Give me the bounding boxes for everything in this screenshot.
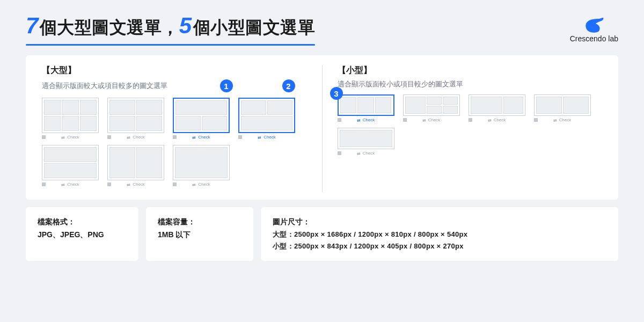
- large-layouts-column: 【大型】 適合顯示版面較大或項目較多的圖文選單 1 2 ⇄Check ⇄Chec…: [42, 65, 322, 192]
- checkbox-icon: [42, 135, 46, 139]
- page-title: 7個大型圖文選單，5個小型圖文選單: [26, 13, 315, 40]
- checkbox-icon: [107, 135, 111, 139]
- large-template-2[interactable]: ⇄Check: [107, 98, 164, 140]
- layouts-panel: 【大型】 適合顯示版面較大或項目較多的圖文選單 1 2 ⇄Check ⇄Chec…: [26, 55, 618, 200]
- checkbox-icon: [238, 135, 242, 139]
- large-template-4-selected[interactable]: ⇄Check: [238, 98, 295, 140]
- large-heading: 【大型】: [42, 65, 307, 76]
- badge-3: 3: [330, 87, 343, 100]
- checkbox-icon: [469, 118, 472, 122]
- brand-logo: Crescendo lab: [570, 16, 618, 43]
- checkbox-icon: [42, 182, 46, 186]
- dimensions-card: 圖片尺寸： 大型：2500px × 1686px / 1200px × 810p…: [261, 207, 618, 261]
- checkbox-icon: [338, 151, 341, 155]
- small-template-5[interactable]: ⇄Check: [338, 128, 394, 156]
- large-template-6[interactable]: ⇄Check: [107, 145, 164, 187]
- badge-1: 1: [220, 79, 233, 92]
- large-template-1[interactable]: ⇄Check: [42, 98, 99, 140]
- checkbox-icon: [403, 118, 407, 122]
- pelican-icon: [583, 16, 605, 33]
- checkbox-icon: [173, 182, 177, 186]
- large-desc: 適合顯示版面較大或項目較多的圖文選單: [42, 81, 167, 91]
- small-desc: 適合顯示版面較小或項目較少的圖文選單: [338, 79, 463, 89]
- checkbox-icon: [173, 135, 177, 139]
- small-template-2[interactable]: ⇄Check: [403, 94, 460, 122]
- large-template-3-selected[interactable]: ⇄Check: [173, 98, 230, 140]
- filesize-card: 檔案容量： 1MB 以下: [146, 207, 253, 261]
- small-template-1-selected[interactable]: 3 ⇄Check: [338, 94, 394, 122]
- small-layouts-column: 【小型】 適合顯示版面較小或項目較少的圖文選單 3 ⇄Check ⇄Check: [322, 65, 603, 192]
- checkbox-icon: [107, 182, 111, 186]
- info-row: 檔案格式： JPG、JPEG、PNG 檔案容量： 1MB 以下 圖片尺寸： 大型…: [26, 207, 618, 261]
- title-num-1: 7: [26, 13, 39, 38]
- title-num-2: 5: [179, 13, 192, 38]
- small-template-4[interactable]: ⇄Check: [534, 94, 591, 122]
- format-card: 檔案格式： JPG、JPEG、PNG: [26, 207, 138, 261]
- title-underline: [26, 44, 315, 46]
- checkbox-icon: [338, 118, 341, 122]
- badge-2: 2: [282, 79, 295, 92]
- large-template-7[interactable]: ⇄Check: [173, 145, 230, 187]
- small-heading: 【小型】: [338, 65, 603, 76]
- checkbox-icon: [534, 118, 538, 122]
- large-template-5[interactable]: ⇄Check: [42, 145, 99, 187]
- small-template-3[interactable]: ⇄Check: [469, 94, 525, 122]
